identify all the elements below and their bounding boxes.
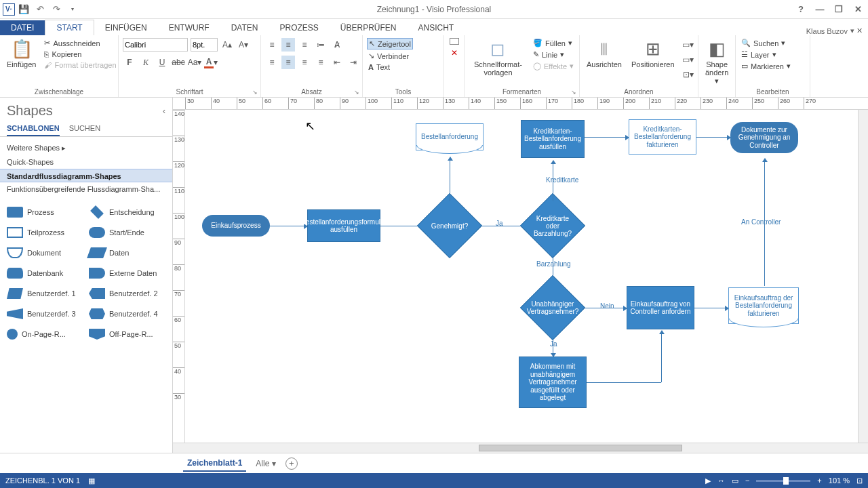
shapes-cat-cross[interactable]: Funktionsübergreifende Flussdiagramm-Sha… — [0, 182, 172, 196]
node-kk-ausfuellen[interactable]: Kreditkarten-Bestellanforderung ausfülle… — [521, 120, 585, 158]
shrink-font-icon[interactable]: A▾ — [237, 38, 250, 52]
strike-icon[interactable]: abc — [172, 56, 185, 69]
copy-button[interactable]: ⎘Kopieren — [43, 49, 117, 59]
tab-data[interactable]: DATEN — [220, 20, 269, 35]
align-right-icon[interactable]: ≡ — [298, 56, 311, 69]
connector[interactable] — [583, 308, 627, 308]
find-button[interactable]: 🔍Suchen ▾ — [740, 38, 787, 48]
shapes-cat-more[interactable]: Weitere Shapes ▸ — [0, 141, 172, 155]
shape-custom1[interactable]: Benutzerdef. 1 — [5, 284, 85, 303]
horizontal-scrollbar[interactable] — [173, 443, 868, 453]
zoom-slider[interactable] — [756, 480, 810, 482]
page-tab-1[interactable]: Zeichenblatt-1 — [183, 455, 246, 472]
collapse-panel-icon[interactable]: ‹ — [163, 106, 165, 116]
add-page-button[interactable]: + — [285, 458, 298, 470]
shape-custom2[interactable]: Benutzerdef. 2 — [87, 284, 167, 303]
tab-insert[interactable]: EINFÜGEN — [94, 20, 158, 35]
shape-process[interactable]: Prozess — [5, 203, 85, 222]
format-painter-button[interactable]: 🖌Format übertragen — [43, 60, 117, 70]
paste-button[interactable]: 📋Einfügen — [4, 38, 39, 70]
bold-icon[interactable]: F — [123, 56, 136, 69]
italic-icon[interactable]: K — [139, 56, 153, 69]
user-account[interactable]: Klaus Buzov ▾ ✕ — [806, 26, 868, 35]
view-page-icon[interactable]: ▭ — [732, 476, 738, 485]
tab-view[interactable]: ANSICHT — [408, 20, 465, 35]
paragraph-launcher-icon[interactable]: ↘ — [354, 89, 359, 96]
shape-terminator[interactable]: Start/Ende — [87, 223, 167, 242]
shape-decision[interactable]: Entscheidung — [87, 203, 167, 222]
tab-design[interactable]: ENTWURF — [158, 20, 220, 35]
shape-offpage[interactable]: Off-Page-R... — [87, 325, 167, 344]
zoom-level[interactable]: 101 % — [829, 476, 850, 485]
shape-externaldata[interactable]: Externe Daten — [87, 264, 167, 283]
layer-button[interactable]: ☱Layer ▾ — [740, 49, 778, 60]
connector[interactable] — [694, 308, 728, 308]
connector[interactable] — [696, 137, 730, 138]
node-start[interactable]: Einkaufsprozess — [202, 215, 270, 237]
indent-inc-icon[interactable]: ⇥ — [347, 56, 360, 69]
shape-data[interactable]: Daten — [87, 243, 167, 262]
text-tool-button[interactable]: AText — [367, 62, 391, 72]
zoom-in-icon[interactable]: + — [817, 476, 821, 485]
align-button[interactable]: ⫴Ausrichten — [584, 38, 625, 70]
tab-start[interactable]: START — [45, 20, 94, 35]
connector[interactable] — [450, 157, 450, 201]
fit-window-icon[interactable]: ⊡ — [856, 476, 863, 485]
align-top-icon[interactable]: ≡ — [265, 38, 279, 52]
shapes-cat-quick[interactable]: Quick-Shapes — [0, 155, 172, 169]
grow-font-icon[interactable]: A▴ — [220, 38, 234, 52]
align-middle-icon[interactable]: ≡ — [281, 38, 295, 52]
node-kk-fakturieren[interactable]: Kreditkarten-Bestellanforderung fakturie… — [629, 119, 696, 155]
page-tab-all[interactable]: Alle ▾ — [256, 459, 275, 468]
quick-styles-button[interactable]: ◻Schnellformat-vorlagen — [469, 38, 528, 78]
font-name-select[interactable] — [123, 38, 188, 52]
underline-icon[interactable]: U — [155, 56, 169, 69]
send-back-icon[interactable]: ▭▾ — [682, 53, 695, 66]
tab-file[interactable]: DATEI — [0, 20, 45, 35]
node-unabhaengig[interactable]: Unabhängiger Vertragsnehmer? — [530, 285, 576, 331]
connector[interactable] — [553, 338, 553, 357]
indent-dec-icon[interactable]: ⇤ — [330, 56, 344, 69]
position-button[interactable]: ⊞Positionieren — [629, 38, 677, 70]
node-dokumente[interactable]: Dokumente zur Genehmigung an Controller — [730, 122, 798, 153]
connector-tool-button[interactable]: ↘Verbinder — [367, 51, 410, 61]
connector[interactable] — [587, 382, 661, 383]
redo-icon[interactable]: ↷ — [49, 2, 64, 17]
vertical-scrollbar[interactable] — [858, 110, 868, 443]
drawing-canvas[interactable]: Einkaufsprozess Bestellanforderungsformu… — [185, 110, 858, 443]
case-icon[interactable]: Aa▾ — [188, 56, 201, 69]
font-launcher-icon[interactable]: ↘ — [252, 89, 258, 96]
node-ea-fakturieren[interactable]: Einkaufsauftrag der Bestellanforderung f… — [728, 287, 799, 324]
shape-onpage[interactable]: On-Page-R... — [5, 325, 85, 344]
restore-icon[interactable]: ❐ — [830, 1, 848, 18]
shape-custom4[interactable]: Benutzerdef. 4 — [87, 304, 167, 323]
help-icon[interactable]: ? — [792, 1, 810, 18]
rectangle-tool-icon[interactable] — [450, 38, 459, 45]
bring-front-icon[interactable]: ▭▾ — [682, 38, 695, 52]
save-icon[interactable]: 💾 — [16, 2, 31, 17]
justify-icon[interactable]: ≡ — [314, 56, 328, 69]
font-size-select[interactable] — [191, 38, 218, 52]
view-width-icon[interactable]: ↔ — [717, 476, 725, 485]
shapestyles-launcher-icon[interactable]: ↘ — [571, 89, 576, 96]
minimize-icon[interactable]: — — [811, 1, 829, 18]
tab-review[interactable]: ÜBERPRÜFEN — [330, 20, 408, 35]
group-icon[interactable]: ⊡▾ — [682, 68, 695, 81]
shape-subprocess[interactable]: Teilprozess — [5, 223, 85, 242]
node-bestellanforderung[interactable]: Bestellanforderung — [416, 123, 484, 150]
shapes-tab-search[interactable]: SUCHEN — [69, 121, 100, 136]
shape-database[interactable]: Datenbank — [5, 264, 85, 283]
clear-format-icon[interactable]: A̷ — [330, 38, 344, 52]
node-genehmigt[interactable]: Genehmigt? — [427, 203, 473, 249]
macro-icon[interactable]: ▦ — [88, 476, 95, 485]
shape-document[interactable]: Dokument — [5, 243, 85, 262]
node-einkaufsauftrag[interactable]: Einkaufsauftrag von Controller anfordern — [627, 286, 694, 329]
close-icon[interactable]: ✕ — [849, 1, 867, 18]
qat-dropdown-icon[interactable]: ▾ — [65, 2, 80, 17]
node-kk-bar[interactable]: Kreditkarte oder Barzahlung? — [530, 203, 576, 249]
view-presentation-icon[interactable]: ▶ — [705, 476, 711, 485]
connector[interactable] — [585, 137, 629, 138]
font-color-icon[interactable]: A▾ — [204, 56, 218, 69]
line-button[interactable]: ✎Linie ▾ — [532, 49, 575, 60]
cut-button[interactable]: ✂Ausschneiden — [43, 38, 117, 48]
